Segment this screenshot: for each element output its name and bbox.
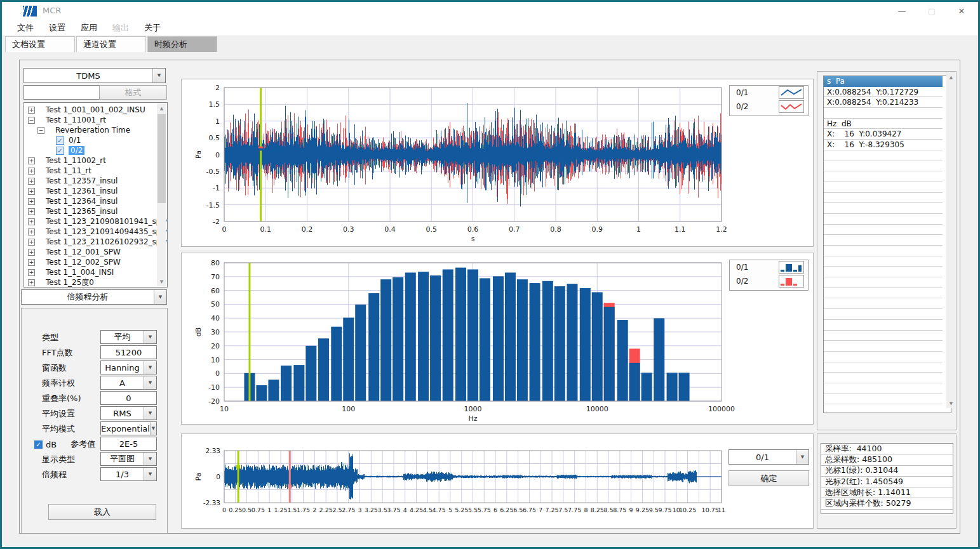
readout-row[interactable]: X: 16 Y:0.039427	[824, 129, 943, 140]
expand-icon[interactable]: +	[28, 157, 35, 164]
scroll-up-icon[interactable]: ▲	[946, 72, 956, 82]
tab-3[interactable]: 时频分析	[147, 36, 217, 52]
readout-row[interactable]	[824, 161, 943, 172]
tree-item[interactable]: +Test 1_123_210908101941_spw	[24, 216, 167, 227]
chevron-down-icon[interactable]: ▼	[796, 450, 809, 464]
tree-item[interactable]: +Test 1_12357_insul	[24, 176, 167, 186]
readout-row[interactable]	[824, 203, 943, 214]
scroll-down-icon[interactable]: ▼	[946, 399, 956, 408]
setting-input-5[interactable]: 0	[100, 391, 157, 405]
readout-row[interactable]	[824, 394, 943, 405]
readout-row[interactable]	[824, 288, 943, 299]
readout-row[interactable]	[824, 373, 943, 383]
chevron-down-icon[interactable]: ▼	[144, 407, 156, 420]
tree-item[interactable]: −Reverberation Time	[24, 125, 167, 135]
setting-select-4[interactable]: A▼	[100, 376, 157, 390]
readout-row[interactable]	[824, 256, 943, 267]
tree-scrollbar[interactable]: ▲ ▼	[157, 103, 166, 286]
collapse-icon[interactable]: −	[28, 117, 35, 124]
readout-row[interactable]	[824, 150, 943, 161]
tree-item[interactable]: +Test 1_25度0	[24, 277, 167, 288]
scroll-down-icon[interactable]: ▼	[157, 277, 166, 286]
readout-row[interactable]	[824, 341, 943, 352]
menu-item-4[interactable]: 输出	[105, 22, 137, 34]
tree-item[interactable]: +Test 1_12365_insul	[24, 206, 167, 216]
tree-item[interactable]: +Test 1_12364_insul	[24, 196, 167, 206]
tree-item[interactable]: +Test 1_1_004_INSI	[24, 267, 167, 277]
expand-icon[interactable]: +	[28, 208, 35, 215]
collapse-icon[interactable]: −	[37, 127, 44, 134]
readout-row[interactable]	[824, 298, 943, 309]
tree-checkbox[interactable]: ✓	[56, 147, 64, 155]
readout-row[interactable]	[824, 171, 943, 182]
scroll-up-icon[interactable]: ▲	[157, 103, 166, 113]
tree-item[interactable]: +Test 1_123_210914094435_spw	[24, 227, 167, 237]
expand-icon[interactable]: +	[28, 168, 35, 175]
expand-icon[interactable]: +	[28, 249, 35, 256]
expand-icon[interactable]: +	[28, 178, 35, 185]
confirm-button[interactable]: 确定	[728, 470, 809, 486]
setting-select-9[interactable]: 平面图▼	[100, 452, 157, 466]
setting-select-1[interactable]: 平均▼	[100, 330, 157, 344]
minimize-button[interactable]: —	[887, 2, 916, 20]
readout-row[interactable]	[824, 235, 943, 246]
readout-row[interactable]	[824, 246, 943, 256]
tree-item[interactable]: +Test 1_001_001_002_INSU	[24, 105, 167, 115]
setting-select-7[interactable]: Exponential▼	[100, 421, 157, 435]
maximize-button[interactable]: ▢	[917, 2, 946, 20]
expand-icon[interactable]: +	[28, 228, 35, 235]
tree-item[interactable]: +Test 1_12_001_SPW	[24, 247, 167, 257]
full-waveform-chart[interactable]: 2.330-2.3300.250.50.7511.251.51.7522.252…	[182, 434, 813, 528]
chevron-down-icon[interactable]: ▼	[152, 69, 165, 83]
menu-item-2[interactable]: 设置	[41, 22, 73, 34]
readout-row[interactable]	[824, 331, 943, 341]
tree-item[interactable]: +Test 1_11002_rt	[24, 155, 167, 166]
tree-item[interactable]: +Test 1_123_211026102932_spw	[24, 237, 167, 247]
channel-select[interactable]: 0/1 ▼	[728, 449, 809, 465]
tab-2[interactable]: 通道设置	[76, 36, 146, 52]
readout-row[interactable]: X:0.088254 Y:0.214233	[824, 97, 943, 108]
close-button[interactable]: ✕	[947, 2, 976, 20]
expand-icon[interactable]: +	[28, 188, 35, 195]
menu-item-5[interactable]: 关于	[137, 22, 168, 34]
readout-row[interactable]: Hz dB	[824, 119, 943, 129]
spectrum-chart[interactable]: -20-100102030405060708010100100010000100…	[182, 253, 813, 424]
setting-select-3[interactable]: Hanning▼	[100, 360, 157, 374]
chevron-down-icon[interactable]: ▼	[144, 361, 156, 374]
tree-item[interactable]: +Test 1_11_rt	[24, 166, 167, 176]
chevron-down-icon[interactable]: ▼	[144, 376, 156, 389]
readout-row[interactable]	[824, 383, 943, 394]
readout-row[interactable]	[824, 182, 943, 193]
readout-row[interactable]	[824, 362, 943, 373]
readout-scrollbar[interactable]: ▲ ▼	[946, 72, 955, 408]
menu-item-1[interactable]: 文件	[10, 22, 41, 34]
readout-row[interactable]	[824, 193, 943, 204]
tree-item[interactable]: +Test 1_12361_insul	[24, 186, 167, 196]
tree-checkbox[interactable]: ✓	[56, 136, 64, 145]
tab-1[interactable]: 文档设置	[5, 36, 75, 52]
readout-row[interactable]: X:0.088254 Y:0.172729	[824, 87, 943, 98]
analysis-type-select[interactable]: 倍频程分析 ▼	[21, 289, 167, 305]
readout-row[interactable]: X: 16 Y:-8.329305	[824, 140, 943, 150]
chevron-down-icon[interactable]: ▼	[144, 468, 156, 480]
readout-row[interactable]	[824, 267, 943, 277]
expand-icon[interactable]: +	[28, 198, 35, 205]
menu-item-3[interactable]: 应用	[73, 22, 105, 34]
tree-item[interactable]: ✓0/2	[24, 145, 167, 155]
file-format-select[interactable]: TDMS ▼	[23, 68, 166, 83]
expand-icon[interactable]: +	[28, 218, 35, 225]
tree-scrollbar-thumb[interactable]	[158, 114, 166, 203]
chevron-down-icon[interactable]: ▼	[144, 331, 156, 343]
expand-icon[interactable]: +	[28, 107, 35, 114]
load-button[interactable]: 载入	[48, 504, 156, 520]
readout-row[interactable]	[824, 309, 943, 320]
filter-input[interactable]	[23, 85, 100, 100]
chevron-down-icon[interactable]: ▼	[154, 290, 166, 304]
expand-icon[interactable]: +	[28, 279, 35, 286]
expand-icon[interactable]: +	[28, 259, 35, 266]
expand-icon[interactable]: +	[28, 239, 35, 246]
readout-row[interactable]	[824, 108, 943, 119]
tree-item[interactable]: +Test 1_12_002_SPW	[24, 257, 167, 267]
db-checkbox[interactable]: ✓	[34, 440, 43, 449]
format-button[interactable]: 格式	[99, 85, 167, 100]
